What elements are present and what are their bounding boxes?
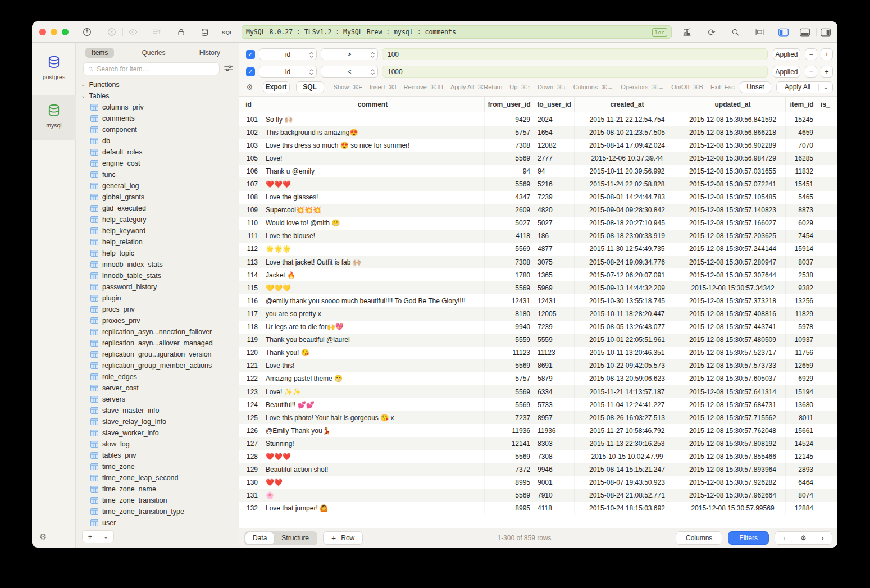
sidebar-table-item[interactable]: slave_worker_info (76, 427, 239, 439)
column-header-id[interactable]: id (239, 97, 261, 112)
cell-item_id[interactable]: 8873 (786, 204, 818, 217)
sidebar-table-item[interactable]: replication_group_member_actions (76, 360, 239, 371)
filter-column-select[interactable]: id (259, 66, 317, 78)
cell-id[interactable]: 114 (239, 268, 261, 281)
cell-id[interactable]: 117 (239, 307, 261, 320)
cell-item_id[interactable]: 11829 (786, 307, 818, 320)
cell-id[interactable]: 112 (239, 243, 261, 256)
cell-to_user_id[interactable]: 4118 (534, 502, 575, 515)
table-row[interactable]: 115💛💛💛556959692015-09-13 14:44:32.209201… (239, 281, 837, 294)
cell-from_user_id[interactable]: 8995 (485, 476, 534, 489)
cell-id[interactable]: 131 (239, 489, 261, 502)
cell-to_user_id[interactable]: 7308 (534, 450, 575, 463)
cell-from_user_id[interactable]: 5569 (485, 152, 534, 165)
table-row[interactable]: 110Would love to! @mith 😬502750272015-08… (239, 217, 837, 230)
cell-from_user_id[interactable]: 1780 (485, 268, 534, 281)
cell-is_[interactable] (818, 165, 837, 177)
cell-to_user_id[interactable]: 5733 (534, 398, 575, 411)
sidebar-table-item[interactable]: slow_log (76, 439, 239, 450)
cell-item_id[interactable]: 15451 (786, 177, 818, 190)
cell-from_user_id[interactable]: 5757 (485, 372, 534, 385)
cell-created_at[interactable]: 2015-08-24 19:09:34.776 (575, 256, 680, 268)
sidebar-table-item[interactable]: role_edges (76, 371, 239, 382)
sidebar-table-item[interactable]: user (76, 517, 239, 528)
cell-item_id[interactable]: 15245 (786, 113, 818, 126)
sidebar-table-item[interactable]: time_zone_leap_second (76, 472, 239, 484)
cell-id[interactable]: 102 (239, 126, 261, 139)
table-row[interactable]: 108Love the glasses!434772392015-08-01 1… (239, 191, 837, 204)
sidebar-table-item[interactable]: columns_priv (76, 102, 239, 113)
cell-updated_at[interactable]: 2015-12-08 15:30:57.715562 (680, 411, 786, 424)
cell-to_user_id[interactable]: 12005 (534, 307, 575, 320)
sql-button[interactable]: SQL (296, 81, 324, 93)
cell-created_at[interactable]: 2015-10-30 13:55:18.745 (575, 294, 680, 307)
sidebar-table-item[interactable]: replication_asyn...nnection_failover (76, 326, 239, 338)
remove-filter-button[interactable]: − (805, 66, 817, 78)
cell-comment[interactable]: ❤️❤️ (261, 476, 485, 489)
cell-to_user_id[interactable]: 11936 (534, 424, 575, 437)
process-monitor-icon[interactable] (681, 26, 693, 38)
sidebar-table-item[interactable]: time_zone (76, 461, 239, 472)
cell-to_user_id[interactable]: 94 (534, 165, 575, 177)
table-row[interactable]: 101So fly 🙌🏼942920242015-11-21 22:12:54.… (239, 113, 837, 126)
table-row[interactable]: 102This background is amazing😍5757165420… (239, 126, 837, 139)
search-icon[interactable] (730, 26, 741, 38)
cell-from_user_id[interactable]: 5569 (485, 385, 534, 398)
cell-updated_at[interactable]: 2015-12-08 15:30:57.031655 (680, 165, 786, 177)
cell-is_[interactable] (818, 294, 837, 307)
prev-page-icon[interactable]: ‹ (775, 534, 794, 543)
sidebar-table-item[interactable]: engine_cost (76, 158, 239, 169)
cell-updated_at[interactable]: 2015-12-08 15:30:57.280947 (680, 256, 786, 268)
cell-id[interactable]: 123 (239, 385, 261, 398)
cell-from_user_id[interactable]: 2609 (485, 204, 534, 217)
cell-to_user_id[interactable]: 5969 (534, 281, 575, 294)
filter-settings-gear-icon[interactable]: ⚙ (246, 83, 253, 92)
connect-icon[interactable] (81, 26, 93, 38)
columns-button[interactable]: Columns (676, 531, 722, 545)
sidebar-table-item[interactable]: procs_priv (76, 304, 239, 315)
cell-updated_at[interactable]: 2015-12-08 15:30:56.866218 (680, 126, 786, 139)
cell-id[interactable]: 132 (239, 502, 261, 515)
table-row[interactable]: 131🌸556979102015-08-24 21:08:52.7712015-… (239, 489, 837, 502)
tab-items[interactable]: Items (85, 48, 114, 58)
cell-from_user_id[interactable]: 5569 (485, 359, 534, 372)
cell-comment[interactable]: Jacket 🔥 (261, 268, 485, 281)
cell-is_[interactable] (818, 177, 837, 190)
cell-created_at[interactable]: 2015-10-11 13:20:46.351 (575, 347, 680, 359)
cell-item_id[interactable]: 12884 (786, 502, 818, 515)
sidebar-table-item[interactable]: password_history (76, 281, 239, 293)
cell-is_[interactable] (818, 230, 837, 243)
cell-is_[interactable] (818, 476, 837, 489)
tab-history[interactable]: History (193, 48, 226, 58)
cell-created_at[interactable]: 2015-10-15 10:02:47.99 (575, 450, 680, 463)
cell-id[interactable]: 127 (239, 437, 261, 450)
cell-is_[interactable] (818, 217, 837, 230)
sidebar-table-item[interactable]: proxies_priv (76, 315, 239, 326)
cell-is_[interactable] (818, 424, 837, 437)
table-row[interactable]: 124Beautiful!! 💕💕556957332015-11-04 12:2… (239, 398, 837, 411)
filter-operator-select[interactable]: < (321, 66, 378, 78)
add-item-dropdown[interactable]: ⌄ (98, 534, 113, 540)
table-row[interactable]: 128❤️❤️❤️556973082015-10-15 10:02:47.992… (239, 450, 837, 463)
cell-is_[interactable] (818, 139, 837, 152)
add-row-button[interactable]: + Row (323, 531, 363, 545)
sidebar-table-item[interactable]: help_keyword (76, 225, 239, 236)
cell-created_at[interactable]: 2015-08-13 20:59:06.623 (575, 372, 680, 385)
cell-comment[interactable]: This background is amazing😍 (261, 126, 485, 139)
minimize-window-button[interactable] (51, 29, 57, 35)
close-window-button[interactable] (39, 29, 46, 35)
cell-id[interactable]: 105 (239, 152, 261, 165)
filter-checkbox[interactable]: ✓ (246, 67, 255, 76)
cell-created_at[interactable]: 2015-11-13 22:30:16.253 (575, 437, 680, 450)
cell-id[interactable]: 110 (239, 217, 261, 230)
table-row[interactable]: 114Jacket 🔥178013652015-07-12 06:20:07.0… (239, 268, 837, 281)
cell-updated_at[interactable]: 2015-12-08 15:30:56.841592 (680, 113, 786, 126)
connection-item-mysql[interactable]: mysql (32, 95, 76, 140)
cell-to_user_id[interactable]: 4877 (534, 243, 575, 256)
cell-updated_at[interactable]: 2015-12-08 15:30:57.605037 (680, 372, 786, 385)
next-page-icon[interactable]: › (813, 534, 832, 543)
cell-updated_at[interactable]: 2015-12-08 15:30:57.808192 (680, 437, 786, 450)
cell-updated_at[interactable]: 2015-12-08 15:30:57.140823 (680, 204, 786, 217)
cell-created_at[interactable]: 2015-12-06 10:37:39.44 (575, 152, 680, 165)
cell-id[interactable]: 118 (239, 321, 261, 334)
